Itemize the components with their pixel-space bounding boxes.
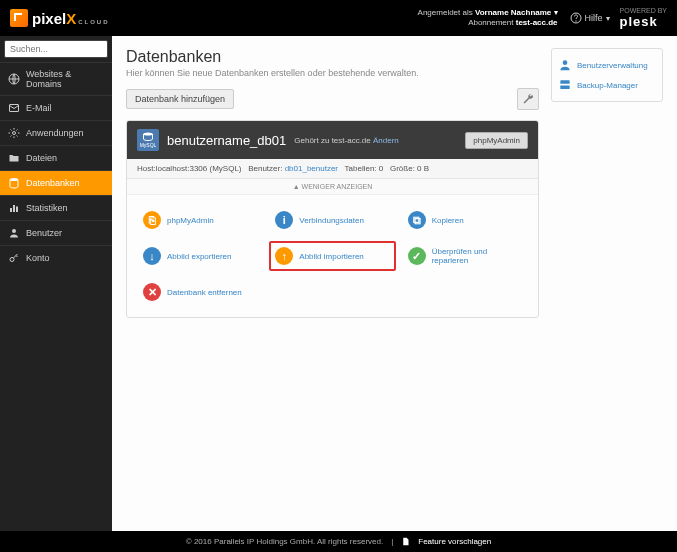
nav-mail[interactable]: E-Mail [0, 95, 112, 120]
wrench-icon [522, 93, 534, 105]
svg-point-5 [10, 178, 18, 181]
account-info: Angemeldet als Vorname Nachname ▾ Abonne… [418, 8, 558, 29]
nav-gear[interactable]: Anwendungen [0, 120, 112, 145]
powered-by: POWERED BY plesk [620, 7, 667, 29]
svg-rect-14 [560, 86, 569, 90]
action-kopieren[interactable]: ⧉Kopieren [402, 205, 528, 235]
svg-rect-7 [13, 205, 15, 212]
mail-icon [8, 102, 20, 114]
svg-point-10 [10, 258, 14, 262]
action-überprüfen-und-reparieren[interactable]: ✓Überprüfen und reparieren [402, 241, 528, 271]
sidepanel-backup[interactable]: Backup-Manager [558, 75, 656, 95]
help-icon [570, 12, 582, 24]
nav-globe[interactable]: Websites & Domains [0, 62, 112, 95]
nav-stats[interactable]: Statistiken [0, 195, 112, 220]
nav-key[interactable]: Konto [0, 245, 112, 270]
nav-user[interactable]: Benutzer [0, 220, 112, 245]
main-content: Datenbanken Hier können Sie neue Datenba… [112, 36, 677, 531]
svg-rect-6 [10, 208, 12, 212]
sidebar: Websites & DomainsE-MailAnwendungenDatei… [0, 36, 112, 531]
action-icon: ✕ [143, 283, 161, 301]
svg-rect-8 [16, 207, 18, 213]
svg-point-4 [13, 132, 16, 135]
action-verbindungsdaten[interactable]: iVerbindungsdaten [269, 205, 395, 235]
gear-icon [8, 127, 20, 139]
add-database-button[interactable]: Datenbank hinzufügen [126, 89, 234, 109]
action-icon: ↓ [143, 247, 161, 265]
svg-point-11 [144, 133, 153, 136]
toggle-details[interactable]: ▲ WENIGER ANZEIGEN [127, 179, 538, 195]
svg-point-1 [575, 21, 576, 22]
folder-icon [8, 152, 20, 164]
phpmyadmin-button[interactable]: phpMyAdmin [465, 132, 528, 149]
database-belongs: Gehört zu test-acc.de Ändern [294, 136, 399, 145]
action-icon: ⧉ [408, 211, 426, 229]
help-menu[interactable]: Hilfe ▾ [570, 12, 610, 24]
nav-db[interactable]: Datenbanken [0, 170, 112, 195]
stats-icon [8, 202, 20, 214]
side-panel: BenutzerverwaltungBackup-Manager [551, 48, 663, 102]
user-icon [558, 58, 572, 72]
doc-icon [401, 537, 410, 546]
mysql-icon: MySQL [137, 129, 159, 151]
sidepanel-user[interactable]: Benutzerverwaltung [558, 55, 656, 75]
action-datenbank-entfernen[interactable]: ✕Datenbank entfernen [137, 277, 263, 307]
action-abbild-exportieren[interactable]: ↓Abbild exportieren [137, 241, 263, 271]
key-icon [8, 252, 20, 264]
action-icon: ✓ [408, 247, 426, 265]
svg-point-9 [12, 229, 16, 233]
svg-point-12 [563, 60, 568, 65]
database-card: MySQL benutzername_db01 Gehört zu test-a… [126, 120, 539, 318]
action-icon: i [275, 211, 293, 229]
db-user-link[interactable]: db01_benutzer [285, 164, 338, 173]
svg-rect-13 [560, 80, 569, 84]
backup-icon [558, 78, 572, 92]
page-subtitle: Hier können Sie neue Datenbanken erstell… [126, 68, 539, 78]
settings-button[interactable] [517, 88, 539, 110]
footer: © 2016 Parallels IP Holdings GmbH. All r… [0, 531, 677, 552]
action-icon: ⎘ [143, 211, 161, 229]
action-abbild-importieren[interactable]: ↑Abbild importieren [269, 241, 395, 271]
globe-icon [8, 73, 20, 85]
action-icon: ↑ [275, 247, 293, 265]
feature-link[interactable]: Feature vorschlagen [418, 537, 491, 546]
database-meta: Host:localhost:3306 (MySQL) Benutzer: db… [127, 159, 538, 179]
subscription-link[interactable]: test-acc.de [516, 18, 558, 27]
search-input[interactable] [4, 40, 108, 58]
database-name: benutzername_db01 [167, 133, 286, 148]
topbar: pixelX CLOUD Angemeldet als Vorname Nach… [0, 0, 677, 36]
page-title: Datenbanken [126, 48, 539, 66]
db-icon [8, 177, 20, 189]
action-phpmyadmin[interactable]: ⎘phpMyAdmin [137, 205, 263, 235]
change-link[interactable]: Ändern [373, 136, 399, 145]
brand-logo: pixelX CLOUD [10, 9, 110, 27]
nav-folder[interactable]: Dateien [0, 145, 112, 170]
logo-mark-icon [10, 9, 28, 27]
user-menu[interactable]: Vorname Nachname ▾ [475, 8, 558, 17]
user-icon [8, 227, 20, 239]
